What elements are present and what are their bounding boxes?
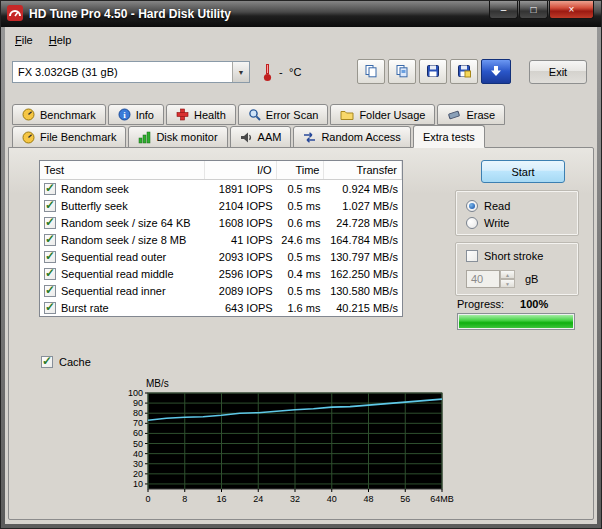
test-name: Sequential read inner bbox=[61, 285, 166, 297]
transfer-value: 130.580 MB/s bbox=[324, 285, 402, 297]
speed-chart: 1020304050607080901000816243240485664MBM… bbox=[104, 377, 474, 517]
stepper-down-button[interactable]: ▼ bbox=[500, 279, 515, 288]
svg-text:0: 0 bbox=[145, 494, 150, 504]
save-image-button[interactable] bbox=[450, 59, 478, 84]
short-stroke-checkbox[interactable] bbox=[466, 250, 478, 262]
test-checkbox[interactable] bbox=[44, 268, 56, 280]
maximize-button[interactable]: □ bbox=[519, 1, 548, 19]
stepper-up-button[interactable]: ▲ bbox=[500, 270, 515, 279]
toolbar: FX 3.032GB (31 gB) ▼ - °C Exit bbox=[5, 53, 597, 89]
short-stroke-label: Short stroke bbox=[484, 250, 543, 262]
transfer-value: 164.784 MB/s bbox=[324, 234, 402, 246]
menu-help[interactable]: Help bbox=[41, 31, 80, 49]
test-checkbox[interactable] bbox=[44, 217, 56, 229]
minimize-button[interactable]: – bbox=[489, 1, 518, 19]
error-scan-icon bbox=[248, 108, 261, 121]
tab-label: AAM bbox=[258, 131, 282, 143]
table-header-row: Test I/O Time Transfer bbox=[40, 161, 402, 180]
tab-random-access[interactable]: Random Access bbox=[293, 126, 410, 148]
time-value: 0.5 ms bbox=[277, 251, 325, 263]
short-stroke-group: Short stroke 40 ▲ ▼ gB bbox=[455, 242, 579, 296]
svg-text:100: 100 bbox=[128, 388, 143, 398]
short-stroke-size: 40 ▲ ▼ gB bbox=[456, 262, 578, 288]
io-value: 2093 IOPS bbox=[205, 251, 277, 263]
svg-text:64MB: 64MB bbox=[430, 494, 454, 504]
tab-folder-usage[interactable]: Folder Usage bbox=[330, 104, 435, 125]
io-value: 41 IOPS bbox=[205, 234, 277, 246]
capture-button[interactable] bbox=[481, 59, 511, 84]
short-stroke-size-input[interactable]: 40 bbox=[466, 270, 500, 288]
short-stroke-stepper: ▲ ▼ bbox=[500, 270, 515, 288]
app-window: HD Tune Pro 4.50 - Hard Disk Utility – □… bbox=[0, 0, 602, 529]
tab-label: Extra tests bbox=[423, 131, 475, 143]
tab-aam[interactable]: AAM bbox=[230, 126, 292, 148]
drive-select[interactable]: FX 3.032GB (31 gB) ▼ bbox=[12, 61, 250, 83]
tab-info[interactable]: iInfo bbox=[108, 104, 164, 125]
cache-checkbox[interactable] bbox=[41, 356, 53, 368]
close-button[interactable]: × bbox=[549, 1, 594, 19]
test-checkbox[interactable] bbox=[44, 183, 56, 195]
time-value: 0.5 ms bbox=[277, 285, 325, 297]
tab-label: Info bbox=[136, 109, 154, 121]
test-checkbox[interactable] bbox=[44, 200, 56, 212]
test-name: Sequential read middle bbox=[61, 268, 174, 280]
tab-error-scan[interactable]: Error Scan bbox=[238, 104, 329, 125]
tab-label: Error Scan bbox=[266, 109, 319, 121]
results-table: Test I/O Time Transfer Random seek 1891 … bbox=[39, 160, 403, 317]
start-button[interactable]: Start bbox=[481, 160, 565, 183]
copy-image-button[interactable] bbox=[388, 59, 416, 84]
progress-bar-fill bbox=[459, 315, 573, 328]
table-row: Random seek / size 8 MB 41 IOPS 24.6 ms … bbox=[40, 231, 402, 248]
test-name: Butterfly seek bbox=[61, 200, 128, 212]
table-row: Butterfly seek 2104 IOPS 0.5 ms 1.027 MB… bbox=[40, 197, 402, 214]
test-checkbox[interactable] bbox=[44, 302, 56, 314]
window-body: FileHelp FX 3.032GB (31 gB) ▼ - °C Exit … bbox=[5, 27, 597, 524]
transfer-value: 40.215 MB/s bbox=[324, 302, 402, 314]
progress-value: 100% bbox=[520, 298, 548, 310]
info-icon: i bbox=[118, 108, 131, 121]
transfer-value: 130.797 MB/s bbox=[324, 251, 402, 263]
svg-text:50: 50 bbox=[133, 439, 143, 449]
svg-text:32: 32 bbox=[290, 494, 300, 504]
file-benchmark-icon bbox=[22, 131, 35, 144]
temperature-unit: °C bbox=[289, 66, 301, 78]
svg-text:8: 8 bbox=[182, 494, 187, 504]
tab-erase[interactable]: Erase bbox=[437, 104, 505, 125]
cache-option[interactable]: Cache bbox=[41, 356, 91, 368]
tab-extra-tests[interactable]: Extra tests bbox=[413, 125, 485, 148]
radio-write[interactable] bbox=[466, 217, 478, 229]
radio-read[interactable] bbox=[466, 200, 478, 212]
svg-text:60: 60 bbox=[133, 428, 143, 438]
svg-text:30: 30 bbox=[133, 459, 143, 469]
transfer-value: 0.924 MB/s bbox=[324, 183, 402, 195]
toolbar-button-group bbox=[357, 59, 478, 84]
transfer-value: 162.250 MB/s bbox=[324, 268, 402, 280]
svg-text:70: 70 bbox=[133, 418, 143, 428]
tab-benchmark[interactable]: Benchmark bbox=[12, 104, 106, 125]
tab-label: Health bbox=[194, 109, 226, 121]
copy-text-button[interactable] bbox=[357, 59, 385, 84]
test-name: Burst rate bbox=[61, 302, 109, 314]
menu-file[interactable]: File bbox=[7, 31, 41, 49]
tab-health[interactable]: Health bbox=[166, 104, 236, 125]
titlebar[interactable]: HD Tune Pro 4.50 - Hard Disk Utility – □… bbox=[1, 1, 601, 27]
save-image-icon bbox=[457, 64, 471, 80]
mode-option-read[interactable]: Read bbox=[466, 197, 578, 214]
test-checkbox[interactable] bbox=[44, 285, 56, 297]
tab-label: File Benchmark bbox=[40, 131, 116, 143]
svg-text:40: 40 bbox=[133, 449, 143, 459]
tab-disk-monitor[interactable]: Disk monitor bbox=[128, 126, 227, 148]
svg-text:10: 10 bbox=[133, 479, 143, 489]
health-icon bbox=[176, 108, 189, 121]
svg-text:80: 80 bbox=[133, 408, 143, 418]
time-value: 1.6 ms bbox=[277, 302, 325, 314]
test-name: Random seek / size 8 MB bbox=[61, 234, 186, 246]
test-checkbox[interactable] bbox=[44, 251, 56, 263]
short-stroke-option[interactable]: Short stroke bbox=[456, 243, 578, 262]
mode-option-write[interactable]: Write bbox=[466, 214, 578, 231]
disk-monitor-icon bbox=[138, 131, 151, 144]
save-text-button[interactable] bbox=[419, 59, 447, 84]
exit-button[interactable]: Exit bbox=[529, 60, 587, 84]
tab-file-benchmark[interactable]: File Benchmark bbox=[12, 126, 126, 148]
test-checkbox[interactable] bbox=[44, 234, 56, 246]
